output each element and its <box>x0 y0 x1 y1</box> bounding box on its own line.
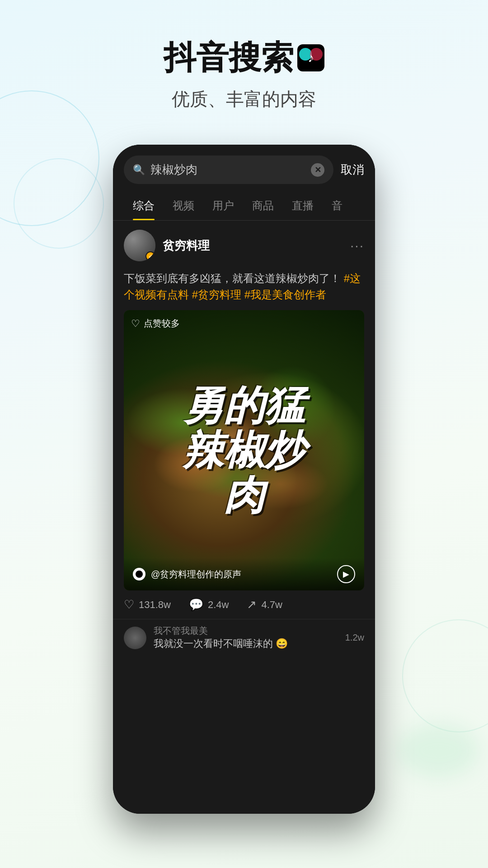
play-button[interactable]: ▶ <box>337 565 355 583</box>
tiktok-inner-dot <box>136 571 143 578</box>
sound-text: @贫穷料理创作的原声 <box>151 568 332 580</box>
content-area: ✓ 贫穷料理 ··· 下饭菜到底有多凶猛，就看这道辣椒炒肉了！ #这个视频有点料… <box>113 221 375 814</box>
stat-likes[interactable]: ♡ 131.8w <box>124 598 171 612</box>
search-query: 辣椒炒肉 <box>150 162 305 178</box>
app-title-row: 抖音搜索 ♪ <box>0 36 488 80</box>
stat-comments[interactable]: 💬 2.4w <box>189 598 229 612</box>
comment-count: 2.4w <box>208 599 229 611</box>
bg-blob <box>398 723 479 778</box>
tiktok-logo-icon: ♪ <box>297 44 324 71</box>
search-icon: 🔍 <box>133 164 145 176</box>
comment-like-count: 1.2w <box>345 632 364 643</box>
tab-直播[interactable]: 直播 <box>283 191 323 220</box>
video-sound-bar: @贫穷料理创作的原声 ▶ <box>124 558 364 590</box>
phone-frame: 🔍 辣椒炒肉 ✕ 取消 综合 视频 用户 商品 <box>113 145 375 814</box>
search-cancel-button[interactable]: 取消 <box>341 162 364 178</box>
tab-综合[interactable]: 综合 <box>124 191 164 220</box>
share-icon: ↗ <box>247 598 257 612</box>
tiktok-small-icon <box>133 568 145 580</box>
bg-decoration-3 <box>402 619 488 732</box>
tab-用户[interactable]: 用户 <box>203 191 243 220</box>
search-bar: 🔍 辣椒炒肉 ✕ 取消 <box>113 145 375 191</box>
stats-row: ♡ 131.8w 💬 2.4w ↗ 4.7w <box>113 590 375 619</box>
commenter-name: 我不管我最美 <box>154 625 338 637</box>
share-count: 4.7w <box>261 599 282 611</box>
verified-badge: ✓ <box>145 251 155 261</box>
author-username[interactable]: 贫穷料理 <box>163 238 343 254</box>
comment-text: 我就没一次看时不咽唾沫的 😄 <box>154 637 338 651</box>
tab-商品[interactable]: 商品 <box>243 191 283 220</box>
comment-icon: 💬 <box>189 598 203 612</box>
like-count: 131.8w <box>139 599 171 611</box>
tab-bar: 综合 视频 用户 商品 直播 音 <box>113 191 375 221</box>
phone-screen: 🔍 辣椒炒肉 ✕ 取消 综合 视频 用户 商品 <box>113 145 375 814</box>
search-input-wrapper[interactable]: 🔍 辣椒炒肉 ✕ <box>124 156 333 184</box>
search-clear-button[interactable]: ✕ <box>311 163 324 177</box>
video-text-overlay: 勇的猛辣椒炒肉 <box>124 310 364 590</box>
author-avatar[interactable]: ✓ <box>124 230 155 261</box>
video-thumbnail[interactable]: ♡ 点赞较多 勇的猛辣椒炒肉 <box>124 310 364 590</box>
post-header: ✓ 贫穷料理 ··· <box>113 221 375 270</box>
video-background: ♡ 点赞较多 勇的猛辣椒炒肉 <box>124 310 364 590</box>
comment-preview: 我不管我最美 我就没一次看时不咽唾沫的 😄 1.2w <box>113 619 375 656</box>
header: 抖音搜索 ♪ 优质、丰富的内容 <box>0 0 488 112</box>
phone-mockup: 🔍 辣椒炒肉 ✕ 取消 综合 视频 用户 商品 <box>113 145 375 814</box>
like-icon: ♡ <box>124 598 134 612</box>
comment-body: 我不管我最美 我就没一次看时不咽唾沫的 😄 <box>154 625 338 651</box>
bg-decoration-2 <box>14 158 104 249</box>
app-subtitle: 优质、丰富的内容 <box>0 87 488 112</box>
video-title-text: 勇的猛辣椒炒肉 <box>183 383 305 518</box>
caption-text: 下饭菜到底有多凶猛，就看这道辣椒炒肉了！ <box>124 272 341 284</box>
commenter-avatar <box>124 627 146 649</box>
stat-shares[interactable]: ↗ 4.7w <box>247 598 282 612</box>
tab-视频[interactable]: 视频 <box>164 191 203 220</box>
app-title: 抖音搜索 <box>164 36 294 80</box>
more-options-icon[interactable]: ··· <box>350 238 364 253</box>
tab-音[interactable]: 音 <box>323 191 352 220</box>
post-caption: 下饭菜到底有多凶猛，就看这道辣椒炒肉了！ #这个视频有点料 #贫穷料理 #我是美… <box>113 270 375 310</box>
